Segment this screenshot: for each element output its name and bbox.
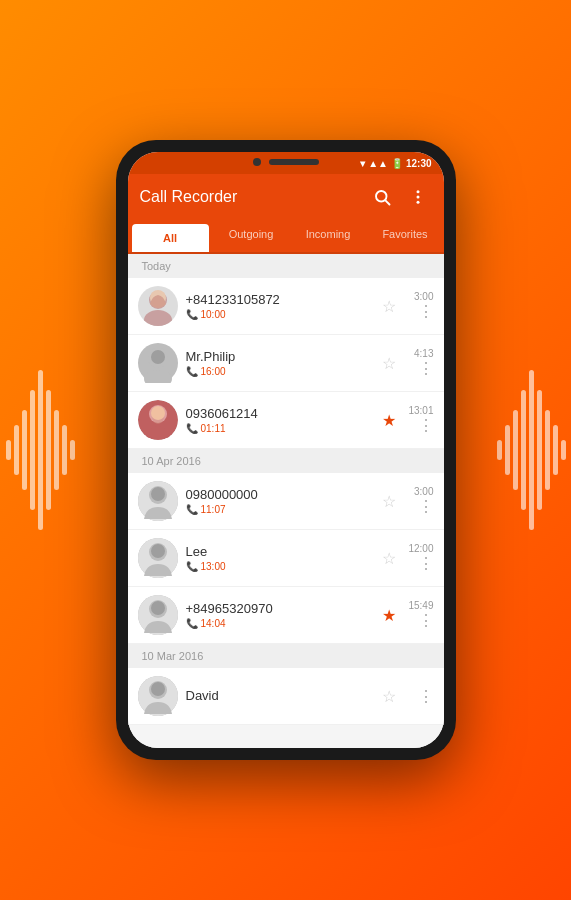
call-name: Mr.Philip bbox=[186, 349, 374, 364]
call-duration: ⋮ bbox=[406, 687, 434, 706]
call-duration: 15:49 ⋮ bbox=[406, 600, 434, 630]
avatar bbox=[138, 481, 178, 521]
call-duration: 13:01 ⋮ bbox=[406, 405, 434, 435]
call-time: 16:00 bbox=[201, 366, 226, 377]
call-meta: 📞 16:00 bbox=[186, 366, 374, 377]
call-item[interactable]: +841233105872 📞 10:00 ☆ 3:00 ⋮ bbox=[128, 278, 444, 335]
call-meta: 📞 14:04 bbox=[186, 618, 374, 629]
svg-point-22 bbox=[151, 601, 165, 615]
call-duration: 12:00 ⋮ bbox=[406, 543, 434, 573]
svg-point-9 bbox=[144, 370, 172, 383]
svg-point-3 bbox=[416, 196, 419, 199]
phone-icon: 📞 bbox=[186, 423, 198, 434]
call-name: Lee bbox=[186, 544, 374, 559]
signal-icon: ▲▲ bbox=[368, 158, 388, 169]
time-display: 12:30 bbox=[406, 158, 432, 169]
more-options-button[interactable]: ⋮ bbox=[418, 555, 434, 572]
phone-frame: ▾ ▲▲ 🔋 12:30 Call Recorder All Outgoing bbox=[116, 140, 456, 760]
waveform-left bbox=[10, 300, 70, 600]
phone-icon: 📞 bbox=[186, 309, 198, 320]
call-info: 0980000000 📞 11:07 bbox=[186, 487, 374, 515]
call-info: +841233105872 📞 10:00 bbox=[186, 292, 374, 320]
star-button[interactable]: ☆ bbox=[382, 549, 396, 568]
more-options-button[interactable]: ⋮ bbox=[418, 688, 434, 705]
more-options-button[interactable]: ⋮ bbox=[418, 303, 434, 320]
battery-icon: 🔋 bbox=[391, 158, 403, 169]
call-item[interactable]: +84965320970 📞 14:04 ★ 15:49 ⋮ bbox=[128, 587, 444, 644]
call-item[interactable]: Mr.Philip 📞 16:00 ☆ 4:13 ⋮ bbox=[128, 335, 444, 392]
call-time: 10:00 bbox=[201, 309, 226, 320]
svg-point-6 bbox=[144, 310, 172, 326]
tab-favorites[interactable]: Favorites bbox=[367, 220, 444, 252]
call-item[interactable]: 0936061214 📞 01:11 ★ 13:01 ⋮ bbox=[128, 392, 444, 449]
call-info: Lee 📞 13:00 bbox=[186, 544, 374, 572]
camera-dot bbox=[253, 158, 261, 166]
phone-top-hardware bbox=[253, 158, 319, 166]
call-name: David bbox=[186, 688, 374, 703]
call-info: Mr.Philip 📞 16:00 bbox=[186, 349, 374, 377]
more-options-button[interactable]: ⋮ bbox=[418, 417, 434, 434]
call-info: David bbox=[186, 688, 374, 705]
call-meta: 📞 10:00 bbox=[186, 309, 374, 320]
avatar bbox=[138, 595, 178, 635]
wifi-icon: ▾ bbox=[360, 158, 365, 169]
call-item[interactable]: Lee 📞 13:00 ☆ 12:00 ⋮ bbox=[128, 530, 444, 587]
waveform-right bbox=[501, 300, 561, 600]
phone-screen: ▾ ▲▲ 🔋 12:30 Call Recorder All Outgoing bbox=[128, 152, 444, 748]
call-info: +84965320970 📞 14:04 bbox=[186, 601, 374, 629]
app-title: Call Recorder bbox=[140, 188, 360, 206]
call-name: 0936061214 bbox=[186, 406, 374, 421]
svg-point-2 bbox=[416, 190, 419, 193]
call-time: 13:00 bbox=[201, 561, 226, 572]
avatar bbox=[138, 400, 178, 440]
phone-icon: 📞 bbox=[186, 561, 198, 572]
star-button[interactable]: ☆ bbox=[382, 354, 396, 373]
tabs: All Outgoing Incoming Favorites bbox=[128, 220, 444, 254]
section-header-mar: 10 Mar 2016 bbox=[128, 644, 444, 668]
search-button[interactable] bbox=[368, 183, 396, 211]
avatar bbox=[138, 538, 178, 578]
section-header-today: Today bbox=[128, 254, 444, 278]
call-name: 0980000000 bbox=[186, 487, 374, 502]
call-meta: 📞 13:00 bbox=[186, 561, 374, 572]
call-time: 14:04 bbox=[201, 618, 226, 629]
call-item[interactable]: 0980000000 📞 11:07 ☆ 3:00 ⋮ bbox=[128, 473, 444, 530]
star-button[interactable]: ★ bbox=[382, 606, 396, 625]
call-duration: 3:00 ⋮ bbox=[406, 291, 434, 321]
call-info: 0936061214 📞 01:11 bbox=[186, 406, 374, 434]
svg-point-4 bbox=[416, 201, 419, 204]
avatar bbox=[138, 343, 178, 383]
call-name: +841233105872 bbox=[186, 292, 374, 307]
star-button[interactable]: ☆ bbox=[382, 687, 396, 706]
more-options-button[interactable]: ⋮ bbox=[418, 612, 434, 629]
call-name: +84965320970 bbox=[186, 601, 374, 616]
call-item[interactable]: David ☆ ⋮ bbox=[128, 668, 444, 725]
tab-incoming[interactable]: Incoming bbox=[290, 220, 367, 252]
call-duration: 4:13 ⋮ bbox=[406, 348, 434, 378]
phone-icon: 📞 bbox=[186, 618, 198, 629]
svg-point-10 bbox=[151, 350, 165, 364]
phone-icon: 📞 bbox=[186, 366, 198, 377]
tab-outgoing[interactable]: Outgoing bbox=[213, 220, 290, 252]
svg-point-19 bbox=[151, 544, 165, 558]
phone-icon: 📞 bbox=[186, 504, 198, 515]
avatar bbox=[138, 676, 178, 716]
call-meta: 📞 01:11 bbox=[186, 423, 374, 434]
more-options-button[interactable]: ⋮ bbox=[418, 498, 434, 515]
svg-point-16 bbox=[151, 487, 165, 501]
speaker-bar bbox=[269, 159, 319, 165]
more-button[interactable] bbox=[404, 183, 432, 211]
svg-line-1 bbox=[385, 200, 389, 204]
call-time: 11:07 bbox=[201, 504, 226, 515]
star-button[interactable]: ☆ bbox=[382, 492, 396, 511]
section-header-apr: 10 Apr 2016 bbox=[128, 449, 444, 473]
star-button[interactable]: ★ bbox=[382, 411, 396, 430]
app-bar: Call Recorder bbox=[128, 174, 444, 220]
status-icons: ▾ ▲▲ 🔋 12:30 bbox=[360, 158, 431, 169]
more-options-button[interactable]: ⋮ bbox=[418, 360, 434, 377]
tab-all[interactable]: All bbox=[132, 224, 209, 252]
svg-point-13 bbox=[151, 406, 165, 420]
call-meta: 📞 11:07 bbox=[186, 504, 374, 515]
star-button[interactable]: ☆ bbox=[382, 297, 396, 316]
call-duration: 3:00 ⋮ bbox=[406, 486, 434, 516]
